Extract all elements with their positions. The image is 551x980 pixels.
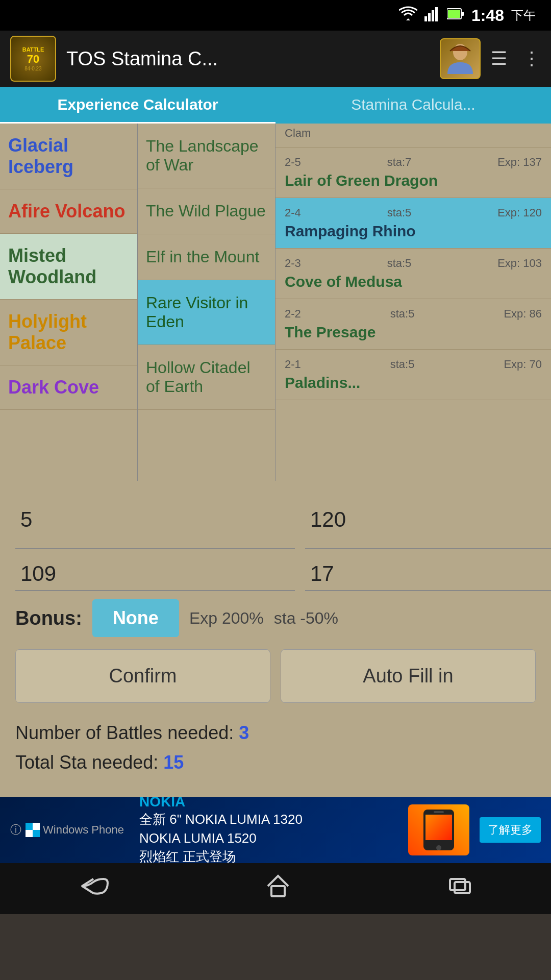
svg-rect-1 xyxy=(428,13,431,21)
ad-text: 全新 6" NOKIA LUMIA 1320 NOKIA LUMIA 1520 … xyxy=(139,810,398,863)
ad-learn-more-button[interactable]: 了解更多 xyxy=(480,817,541,843)
ad-banner[interactable]: ⓘ Windows Phone NOKIA 全新 6" NOKIA LUMIA … xyxy=(0,797,551,863)
ad-nokia-logo: NOKIA xyxy=(139,797,398,810)
level-name-22: The Presage xyxy=(285,324,542,341)
current-sta-input[interactable] xyxy=(15,557,295,591)
level-input[interactable] xyxy=(15,491,295,549)
status-bar: 1:48 下午 xyxy=(0,0,551,31)
logo-battle-text: BATTLE xyxy=(22,46,44,53)
svg-rect-6 xyxy=(448,10,460,18)
app-title: TOS Stamina C... xyxy=(66,48,430,70)
level-header-24: 2-4 sta:5 Exp: 120 xyxy=(285,206,542,219)
battles-needed-row: Number of Battles needed: 3 xyxy=(15,722,536,744)
stage-item-elf[interactable]: Elf in the Mount xyxy=(138,234,275,280)
level-item-24[interactable]: 2-4 sta:5 Exp: 120 Rampaging Rhino xyxy=(276,198,551,249)
svg-rect-14 xyxy=(425,815,452,840)
app-bar: BATTLE 70 84·0.23 TOS Stamina C... ☰ ⋮ xyxy=(0,31,551,87)
zone-list: Glacial Iceberg Afire Volcano Misted Woo… xyxy=(0,124,138,481)
zone-item-afire[interactable]: Afire Volcano xyxy=(0,189,137,234)
calc-row-1: guild lv: 0 ▼ xyxy=(15,491,536,549)
svg-rect-10 xyxy=(26,830,33,837)
time-period: 下午 xyxy=(511,7,536,23)
battles-label: Number of Battles needed: xyxy=(15,722,234,743)
level-header-23: 2-3 sta:5 Exp: 103 xyxy=(285,257,542,270)
svg-rect-16 xyxy=(434,811,444,813)
time-display: 1:48 xyxy=(471,6,504,25)
svg-rect-18 xyxy=(450,879,465,890)
ad-content: ⓘ Windows Phone NOKIA 全新 6" NOKIA LUMIA … xyxy=(0,797,551,863)
stage-item-rarevisitor[interactable]: Rare Visitor in Eden xyxy=(138,280,275,345)
nav-bar xyxy=(0,863,551,914)
bonus-label: Bonus: xyxy=(15,607,82,629)
zone-item-dark[interactable]: Dark Cove xyxy=(0,365,137,410)
level-name-25: Lair of Green Dragon xyxy=(285,172,542,189)
menu-icon[interactable]: ☰ xyxy=(491,48,507,69)
svg-rect-11 xyxy=(33,830,40,837)
sta-label: Total Sta needed: xyxy=(15,752,158,773)
content-area: Glacial Iceberg Afire Volcano Misted Woo… xyxy=(0,124,551,481)
action-row: Confirm Auto Fill in xyxy=(15,649,536,703)
avatar-icon[interactable] xyxy=(440,38,481,79)
level-list: Clam 2-5 sta:7 Exp: 137 Lair of Green Dr… xyxy=(276,124,551,481)
status-icons: 1:48 下午 xyxy=(399,6,536,25)
stage-item-wildplague[interactable]: The Wild Plague xyxy=(138,188,275,234)
zone-item-misted[interactable]: Misted Woodland xyxy=(0,234,137,300)
level-item-25[interactable]: 2-5 sta:7 Exp: 137 Lair of Green Dragon xyxy=(276,148,551,198)
svg-point-15 xyxy=(436,845,441,850)
level-partial-clam: Clam xyxy=(276,124,551,148)
svg-rect-2 xyxy=(432,10,434,21)
stage-item-hollow[interactable]: Hollow Citadel of Earth xyxy=(138,345,275,410)
exp-target-input[interactable] xyxy=(305,491,551,549)
svg-rect-17 xyxy=(271,886,285,896)
svg-rect-19 xyxy=(455,882,470,893)
stage-item-landscape[interactable]: The Landscape of War xyxy=(138,124,275,188)
tab-stamina[interactable]: Stamina Calcula... xyxy=(276,87,551,124)
svg-rect-9 xyxy=(33,823,40,830)
level-name-21: Paladins... xyxy=(285,374,542,391)
autofill-button[interactable]: Auto Fill in xyxy=(281,649,536,703)
battery-icon xyxy=(447,7,464,24)
home-button[interactable] xyxy=(250,868,306,909)
level-name-23: Cove of Medusa xyxy=(285,273,542,290)
level-name-24: Rampaging Rhino xyxy=(285,223,542,240)
level-header-22: 2-2 sta:5 Exp: 86 xyxy=(285,307,542,321)
sta-needed-row: Total Sta needed: 15 xyxy=(15,752,536,773)
bonus-exp200-option[interactable]: Exp 200% xyxy=(189,609,264,628)
level-header-21: 2-1 sta:5 Exp: 70 xyxy=(285,358,542,371)
wifi-icon xyxy=(399,6,417,25)
confirm-button[interactable]: Confirm xyxy=(15,649,270,703)
regen-input[interactable] xyxy=(305,557,551,591)
svg-rect-0 xyxy=(424,16,427,21)
stage-list: The Landscape of War The Wild Plague Elf… xyxy=(138,124,276,481)
logo-number: 70 xyxy=(27,53,39,66)
level-header-25: 2-5 sta:7 Exp: 137 xyxy=(285,156,542,169)
bonus-row: Bonus: None Exp 200% sta -50% xyxy=(15,599,536,637)
windows-phone-label: Windows Phone xyxy=(43,823,124,837)
tab-experience[interactable]: Experience Calculator xyxy=(0,87,276,124)
app-logo: BATTLE 70 84·0.23 xyxy=(10,36,56,82)
back-button[interactable] xyxy=(63,870,124,908)
more-icon[interactable]: ⋮ xyxy=(522,48,541,69)
bonus-none-button[interactable]: None xyxy=(92,599,179,637)
zone-item-glacial[interactable]: Glacial Iceberg xyxy=(0,124,137,189)
results-area: Number of Battles needed: 3 Total Sta ne… xyxy=(15,717,536,787)
signal-icon xyxy=(424,6,440,25)
ad-phone-image xyxy=(408,804,469,855)
level-item-23[interactable]: 2-3 sta:5 Exp: 103 Cove of Medusa xyxy=(276,249,551,299)
tab-bar: Experience Calculator Stamina Calcula... xyxy=(0,87,551,124)
recent-apps-button[interactable] xyxy=(432,870,488,908)
svg-rect-5 xyxy=(461,12,464,16)
logo-sub: 84·0.23 xyxy=(24,66,41,71)
svg-rect-3 xyxy=(435,7,438,21)
bonus-sta50-option[interactable]: sta -50% xyxy=(274,609,338,628)
zone-item-holylight[interactable]: Holylight Palace xyxy=(0,300,137,365)
battles-value: 3 xyxy=(239,722,249,743)
level-item-22[interactable]: 2-2 sta:5 Exp: 86 The Presage xyxy=(276,299,551,350)
calc-row-2 xyxy=(15,557,536,591)
svg-rect-8 xyxy=(26,823,33,830)
toolbar-icons: ☰ ⋮ xyxy=(491,48,541,69)
sta-value: 15 xyxy=(163,752,184,773)
calculator-area: guild lv: 0 ▼ Bonus: None Exp 200% sta -… xyxy=(0,481,551,797)
level-item-21[interactable]: 2-1 sta:5 Exp: 70 Paladins... xyxy=(276,350,551,400)
